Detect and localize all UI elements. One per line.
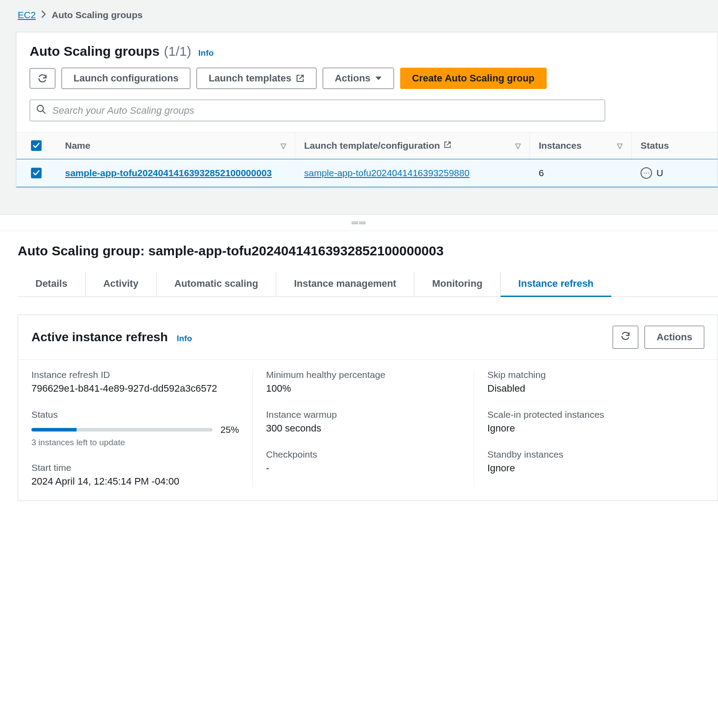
svg-point-0 xyxy=(37,105,43,112)
launch-configurations-button[interactable]: Launch configurations xyxy=(62,68,190,89)
actions-button[interactable]: Actions xyxy=(323,68,394,89)
col-instances[interactable]: Instances xyxy=(539,140,582,151)
kv-label-status: Status xyxy=(31,409,239,420)
kv-value-standby: Ignore xyxy=(487,462,691,474)
table-header: Name ▽ Launch template/configuration ▽ I… xyxy=(16,132,718,159)
progress-percent: 25% xyxy=(220,424,239,435)
title-count: (1/1) xyxy=(164,44,191,59)
sort-icon[interactable]: ▽ xyxy=(617,142,622,150)
breadcrumb-root[interactable]: EC2 xyxy=(18,10,36,20)
card-actions-button[interactable]: Actions xyxy=(645,326,704,349)
sort-icon[interactable]: ▽ xyxy=(515,142,521,150)
progress-subtext: 3 instances left to update xyxy=(31,438,239,447)
tab-instance-refresh[interactable]: Instance refresh xyxy=(501,272,611,297)
kv-label-scalein: Scale-in protected instances xyxy=(487,409,691,420)
col-launch-template[interactable]: Launch template/configuration xyxy=(304,140,440,151)
split-handle[interactable]: ══ xyxy=(0,214,718,231)
refresh-icon xyxy=(37,73,48,84)
active-refresh-card: Active instance refresh Info Actions Ins… xyxy=(18,315,718,501)
kv-label-skip: Skip matching xyxy=(487,370,691,380)
breadcrumb-current: Auto Scaling groups xyxy=(52,10,143,20)
external-link-icon xyxy=(296,74,305,83)
kv-label-standby: Standby instances xyxy=(487,449,691,460)
detail-title: Auto Scaling group: sample-app-tofu20240… xyxy=(18,235,718,272)
kv-label-min-healthy: Minimum healthy percentage xyxy=(266,370,460,380)
search-box[interactable] xyxy=(30,100,605,121)
breadcrumb: EC2 Auto Scaling groups xyxy=(0,0,718,32)
info-link[interactable]: Info xyxy=(177,334,192,343)
info-link[interactable]: Info xyxy=(198,48,214,58)
kv-value-refresh-id: 796629e1-b841-4e89-927d-dd592a3c6572 xyxy=(31,383,239,394)
asg-name-link[interactable]: sample-app-tofu2024041416393285210000000… xyxy=(65,168,272,178)
col-status[interactable]: Status xyxy=(641,140,669,151)
row-checkbox[interactable] xyxy=(31,168,42,178)
kv-value-start: 2024 April 14, 12:45:14 PM -04:00 xyxy=(31,476,239,487)
table-row[interactable]: sample-app-tofu2024041416393285210000000… xyxy=(16,159,718,187)
tab-activity[interactable]: Activity xyxy=(85,272,156,297)
refresh-icon xyxy=(620,331,631,344)
refresh-button[interactable] xyxy=(613,326,638,349)
status-text: U xyxy=(656,168,663,178)
card-title: Active instance refresh xyxy=(31,330,168,344)
actions-label: Actions xyxy=(335,73,371,84)
tabs: Details Activity Automatic scaling Insta… xyxy=(18,272,718,297)
select-all-checkbox[interactable] xyxy=(31,140,42,151)
launch-template-link[interactable]: sample-app-tofu2024041416393259880 xyxy=(304,168,470,178)
sort-icon[interactable]: ▽ xyxy=(281,142,286,150)
tab-instance-management[interactable]: Instance management xyxy=(276,272,414,297)
tab-automatic-scaling[interactable]: Automatic scaling xyxy=(157,272,276,297)
progress-fill xyxy=(31,428,77,431)
page-title: Auto Scaling groups xyxy=(30,44,159,59)
chevron-right-icon xyxy=(41,10,46,20)
progress-bar xyxy=(31,428,212,431)
detail-pane: Auto Scaling group: sample-app-tofu20240… xyxy=(0,231,718,501)
kv-value-checkpoints: - xyxy=(266,462,460,474)
kv-value-min-healthy: 100% xyxy=(266,383,460,394)
more-actions-icon[interactable]: ⋯ xyxy=(641,167,652,179)
card-actions-label: Actions xyxy=(656,331,692,343)
kv-value-warmup: 300 seconds xyxy=(266,423,460,434)
instance-count: 6 xyxy=(539,168,544,178)
kv-label-checkpoints: Checkpoints xyxy=(266,449,460,460)
search-input[interactable] xyxy=(52,105,598,116)
asg-list-panel: Auto Scaling groups (1/1) Info Launch co… xyxy=(16,32,718,188)
refresh-button[interactable] xyxy=(30,68,55,89)
kv-value-scalein: Ignore xyxy=(487,423,691,434)
detail-title-prefix: Auto Scaling group: xyxy=(18,243,148,258)
caret-down-icon xyxy=(375,76,382,81)
detail-title-name: sample-app-tofu2024041416393285210000000… xyxy=(148,243,444,258)
search-icon xyxy=(36,104,46,116)
create-asg-button[interactable]: Create Auto Scaling group xyxy=(400,68,547,89)
tab-monitoring[interactable]: Monitoring xyxy=(414,272,501,297)
launch-templates-label: Launch templates xyxy=(208,73,291,84)
col-name[interactable]: Name xyxy=(65,140,90,151)
tab-details[interactable]: Details xyxy=(18,272,85,297)
kv-label-refresh-id: Instance refresh ID xyxy=(31,370,239,380)
launch-templates-button[interactable]: Launch templates xyxy=(197,68,317,89)
external-link-icon xyxy=(444,140,452,151)
kv-label-warmup: Instance warmup xyxy=(266,409,460,420)
kv-label-start: Start time xyxy=(31,462,239,473)
kv-value-skip: Disabled xyxy=(487,383,691,394)
